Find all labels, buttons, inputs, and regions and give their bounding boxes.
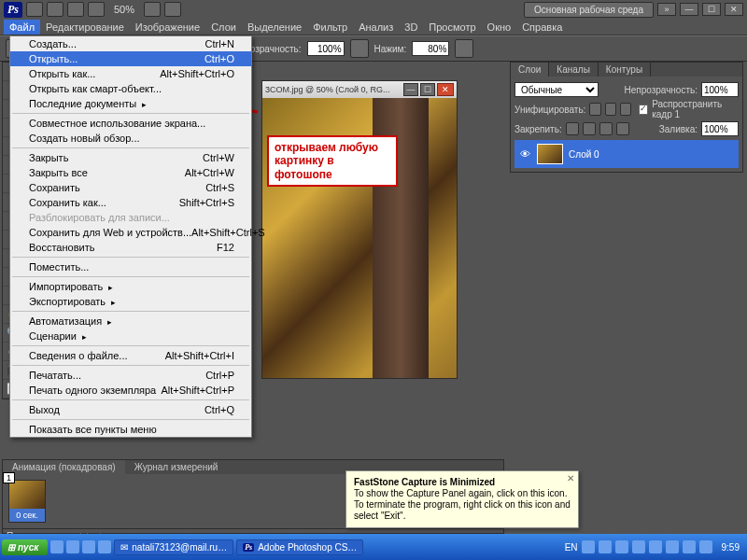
layer-row[interactable]: 👁 Слой 0 — [514, 140, 739, 168]
layer-name[interactable]: Слой 0 — [569, 149, 599, 160]
visibility-icon[interactable]: 👁 — [518, 147, 531, 161]
menu-item[interactable]: Экспортировать — [10, 294, 251, 309]
tray-icon[interactable] — [699, 540, 712, 553]
menu-item[interactable]: Поместить... — [10, 259, 251, 274]
menu-item[interactable]: Создать новый обзор... — [10, 131, 251, 146]
menu-просмотр[interactable]: Просмотр — [423, 20, 481, 35]
unify-vis-icon[interactable] — [605, 103, 616, 116]
menu-item[interactable]: Создать...Ctrl+N — [10, 36, 251, 51]
panel-tab[interactable]: Анимация (покадровая) — [3, 460, 125, 474]
tray-icon[interactable] — [683, 540, 696, 553]
menu-item[interactable]: Совместное использование экрана... — [10, 116, 251, 131]
opacity-input[interactable] — [307, 41, 345, 56]
menu-item[interactable]: Печать одного экземпляраAlt+Shift+Ctrl+P — [10, 383, 251, 398]
zoom-readout[interactable]: 50% — [108, 4, 140, 15]
frame-time[interactable]: 0 сек. — [9, 509, 45, 522]
doc-max-button[interactable]: ☐ — [420, 83, 435, 96]
ql-icon[interactable] — [50, 540, 63, 553]
menu-bar: ФайлРедактированиеИзображениеСлоиВыделен… — [0, 19, 747, 35]
mb-icon[interactable] — [47, 2, 63, 17]
tray-icon[interactable] — [599, 540, 612, 553]
lock-pixels-icon[interactable] — [583, 122, 596, 135]
menu-редактирование[interactable]: Редактирование — [40, 20, 130, 35]
taskbar-app[interactable]: ✉natali73123@mail.ru… — [114, 539, 233, 555]
document-window[interactable]: 3COM.jpg @ 50% (Слой 0, RG... — ☐ ✕ откр… — [261, 80, 458, 379]
start-button[interactable]: ⊞ пуск — [2, 539, 48, 555]
menu-файл[interactable]: Файл — [4, 20, 40, 35]
maximize-button[interactable]: ☐ — [702, 3, 721, 16]
menu-item[interactable]: Сценарии — [10, 329, 251, 343]
panel-tab[interactable]: Контуры — [599, 63, 651, 77]
menu-выделение[interactable]: Выделение — [242, 20, 307, 35]
ql-icon[interactable] — [98, 540, 111, 553]
propagate-checkbox[interactable] — [639, 105, 648, 115]
lock-pos-icon[interactable] — [599, 122, 613, 135]
menu-item[interactable]: Открыть как...Alt+Shift+Ctrl+O — [10, 66, 251, 81]
menu-item[interactable]: Сохранить как...Shift+Ctrl+S — [10, 195, 251, 210]
hand-icon[interactable] — [144, 2, 161, 17]
layer-opacity-input[interactable] — [701, 82, 739, 97]
tablet-icon[interactable] — [455, 39, 473, 58]
document-titlebar[interactable]: 3COM.jpg @ 50% (Слой 0, RG... — ☐ ✕ — [262, 81, 457, 98]
tray-tooltip: ✕ FastStone Capture is Minimized To show… — [345, 470, 579, 528]
lang-indicator[interactable]: EN — [565, 542, 578, 553]
close-button[interactable]: ✕ — [725, 3, 743, 16]
menu-item[interactable]: СохранитьCtrl+S — [10, 180, 251, 195]
panel-tab[interactable]: Журнал измерений — [125, 460, 228, 474]
tray-icon[interactable] — [632, 540, 645, 553]
menu-item[interactable]: ВыходCtrl+Q — [10, 402, 251, 417]
menu-изображение[interactable]: Изображение — [130, 20, 205, 35]
clock[interactable]: 9:59 — [716, 542, 745, 553]
menu-анализ[interactable]: Анализ — [353, 20, 399, 35]
menu-слои[interactable]: Слои — [205, 20, 242, 35]
tooltip-close-icon[interactable]: ✕ — [567, 473, 574, 484]
menu-3d[interactable]: 3D — [399, 20, 423, 35]
menu-справка[interactable]: Справка — [516, 20, 568, 35]
menu-item[interactable]: Закрыть всеAlt+Ctrl+W — [10, 165, 251, 180]
bridge-icon[interactable] — [26, 2, 43, 17]
menu-item[interactable]: ЗакрытьCtrl+W — [10, 150, 251, 165]
workspace-picker[interactable]: Основная рабочая среда — [524, 2, 654, 18]
workspace-chevron-icon[interactable]: » — [657, 3, 676, 16]
animation-frame[interactable]: 0 сек. — [8, 480, 46, 523]
ql-icon[interactable] — [66, 540, 79, 553]
doc-min-button[interactable]: — — [403, 83, 418, 96]
menu-окно[interactable]: Окно — [482, 20, 517, 35]
flow-input[interactable] — [412, 41, 449, 56]
lock-trans-icon[interactable] — [566, 122, 579, 135]
extras-icon[interactable] — [164, 2, 181, 17]
menu-item[interactable]: ВосстановитьF12 — [10, 240, 251, 255]
menu-item[interactable]: Автоматизация — [10, 314, 251, 329]
document-canvas[interactable]: открываем любую картинку в фотошопе — [262, 98, 457, 378]
minimize-button[interactable]: — — [680, 3, 698, 16]
unify-pos-icon[interactable] — [589, 103, 600, 116]
tray-icon[interactable] — [666, 540, 679, 553]
menu-item[interactable]: Сведения о файле...Alt+Shift+Ctrl+I — [10, 348, 251, 363]
unify-style-icon[interactable] — [620, 103, 631, 116]
blend-mode-select[interactable]: Обычные — [514, 82, 599, 97]
tray-icon[interactable] — [582, 540, 595, 553]
menu-item[interactable]: Сохранить для Web и устройств...Alt+Shif… — [10, 225, 251, 240]
airbrush-icon[interactable] — [350, 39, 369, 58]
taskbar-app[interactable]: PsAdobe Photoshop CS… — [236, 539, 363, 555]
menu-item[interactable]: Открыть...Ctrl+O — [10, 51, 251, 66]
panel-tab[interactable]: Слои — [511, 63, 549, 77]
arrange-icon[interactable] — [88, 2, 105, 17]
lock-all-icon[interactable] — [616, 122, 629, 135]
layers-panel: СлоиКаналыКонтуры Обычные Непрозрачность… — [510, 62, 743, 173]
doc-close-button[interactable]: ✕ — [437, 83, 454, 96]
menu-фильтр[interactable]: Фильтр — [307, 20, 353, 35]
menu-item[interactable]: Печатать...Ctrl+P — [10, 368, 251, 383]
panel-tab[interactable]: Каналы — [549, 63, 599, 77]
menu-item[interactable]: Импортировать — [10, 279, 251, 294]
ql-icon[interactable] — [82, 540, 95, 553]
menu-item[interactable]: Показать все пункты меню — [10, 422, 251, 437]
layers-tabs: СлоиКаналыКонтуры — [511, 63, 742, 77]
tray-icon[interactable] — [649, 540, 662, 553]
layer-thumbnail[interactable] — [537, 144, 563, 164]
screen-mode-icon[interactable] — [67, 2, 84, 17]
menu-item[interactable]: Последние документы — [10, 96, 251, 111]
tray-icon[interactable] — [615, 540, 628, 553]
fill-input[interactable] — [701, 121, 739, 136]
menu-item[interactable]: Открыть как смарт-объект... — [10, 81, 251, 96]
